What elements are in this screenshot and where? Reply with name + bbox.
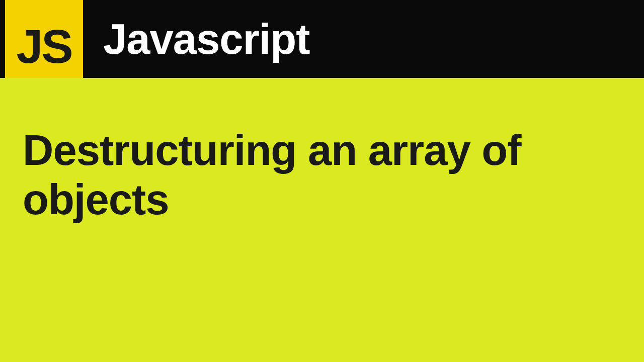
main-title: Destructuring an array of objects <box>23 126 621 224</box>
header-title: Javascript <box>103 15 310 64</box>
header-bar: JS Javascript <box>0 0 644 78</box>
main-body: Destructuring an array of objects <box>0 78 644 362</box>
js-logo-icon: JS <box>5 0 83 78</box>
js-logo-text: JS <box>16 19 71 74</box>
